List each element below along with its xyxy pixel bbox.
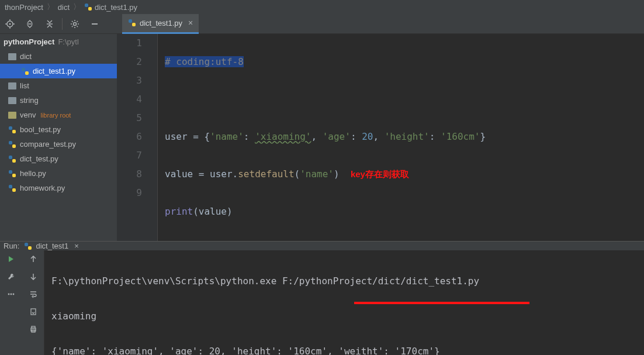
python-file-icon bbox=[8, 140, 16, 149]
svg-rect-33 bbox=[32, 326, 35, 328]
close-icon[interactable]: × bbox=[74, 242, 79, 250]
arrow-up-icon[interactable] bbox=[22, 250, 44, 268]
python-file-icon bbox=[84, 3, 92, 11]
svg-rect-22 bbox=[9, 170, 12, 174]
python-file-icon bbox=[24, 242, 32, 250]
svg-rect-14 bbox=[22, 68, 25, 71]
tree-file-hello[interactable]: hello.py bbox=[0, 166, 117, 181]
svg-rect-13 bbox=[132, 23, 136, 26]
folder-icon bbox=[8, 112, 16, 119]
python-file-icon bbox=[128, 19, 136, 27]
chevron-right-icon: 〉 bbox=[47, 2, 54, 12]
svg-rect-12 bbox=[129, 19, 132, 23]
tree-file-dict-test[interactable]: dict_test.py bbox=[0, 151, 117, 166]
svg-point-29 bbox=[11, 294, 12, 295]
code-line-4: value = user.setdefault('name') key存在则获取 bbox=[165, 165, 644, 184]
close-icon[interactable]: × bbox=[188, 18, 193, 27]
project-root[interactable]: pythonProject F:\pytl bbox=[0, 34, 117, 49]
run-tab[interactable]: dict_test1 × bbox=[24, 242, 78, 250]
svg-rect-19 bbox=[12, 144, 16, 148]
folder-icon bbox=[8, 82, 16, 89]
console-line: {'name': 'xiaoming', 'age': 20, 'height'… bbox=[51, 343, 637, 355]
run-panel: Run: dict_test1 × F:\pythonProject\venv\… bbox=[0, 241, 644, 355]
svg-rect-0 bbox=[85, 4, 88, 7]
editor-tab[interactable]: dict_test1.py × bbox=[122, 14, 199, 34]
python-file-icon bbox=[8, 170, 16, 178]
tree-file-dict-test1[interactable]: dict_test1.py bbox=[0, 64, 117, 78]
svg-rect-25 bbox=[12, 188, 16, 192]
tree-file-compare-test[interactable]: compare_test.py bbox=[0, 137, 117, 151]
breadcrumb-folder[interactable]: dict bbox=[58, 3, 70, 12]
svg-rect-17 bbox=[12, 130, 16, 133]
tab-title: dict_test1.py bbox=[140, 19, 182, 27]
svg-rect-1 bbox=[88, 7, 92, 11]
tree-file-homework[interactable]: homework.py bbox=[0, 181, 117, 195]
svg-rect-15 bbox=[25, 71, 29, 75]
tree-folder-venv[interactable]: venvlibrary root bbox=[0, 108, 117, 122]
scroll-to-end-icon[interactable] bbox=[22, 303, 44, 320]
python-file-icon bbox=[8, 126, 16, 134]
soft-wrap-icon[interactable] bbox=[22, 285, 44, 303]
run-toolbar-nav bbox=[22, 250, 44, 355]
annotation-key-exists: key存在则获取 bbox=[351, 169, 409, 179]
hide-icon[interactable] bbox=[85, 14, 105, 34]
run-label: Run: bbox=[4, 242, 19, 250]
rerun-icon[interactable] bbox=[0, 250, 22, 268]
run-header: Run: dict_test1 × bbox=[0, 242, 644, 250]
code-line-5: print(value) bbox=[165, 202, 644, 221]
code-line-6: user.setdefault('weitht', '170cm') key不存… bbox=[165, 240, 644, 241]
svg-rect-23 bbox=[12, 174, 16, 177]
tree-folder-list[interactable]: list bbox=[0, 78, 117, 93]
breadcrumb: thonProject 〉 dict 〉 dict_test1.py bbox=[0, 0, 644, 14]
gear-icon[interactable] bbox=[65, 14, 85, 34]
console-line: F:\pythonProject\venv\Scripts\python.exe… bbox=[51, 273, 637, 290]
line-gutter: 123456789 bbox=[117, 34, 158, 241]
svg-rect-20 bbox=[9, 156, 12, 159]
folder-icon bbox=[8, 53, 16, 60]
wrench-icon[interactable] bbox=[0, 268, 22, 285]
svg-rect-21 bbox=[12, 159, 16, 163]
library-root-badge: library root bbox=[40, 112, 71, 119]
svg-rect-18 bbox=[9, 141, 12, 144]
divider bbox=[62, 18, 63, 30]
breadcrumb-root[interactable]: thonProject bbox=[5, 3, 43, 12]
svg-point-28 bbox=[8, 294, 10, 295]
code-area[interactable]: # coding:utf-8 user = {'name': 'xiaoming… bbox=[158, 34, 644, 241]
arrow-down-icon[interactable] bbox=[22, 268, 44, 285]
console-output[interactable]: F:\pythonProject\venv\Scripts\python.exe… bbox=[44, 250, 644, 355]
print-icon[interactable] bbox=[22, 320, 44, 338]
tree-folder-dict[interactable]: dict bbox=[0, 49, 117, 64]
code-line-1: # coding:utf-8 bbox=[165, 56, 244, 67]
python-file-icon bbox=[21, 67, 29, 75]
toolbar: dict_test1.py × bbox=[0, 14, 644, 34]
svg-point-10 bbox=[74, 22, 77, 25]
dots-icon[interactable] bbox=[0, 285, 22, 303]
collapse-all-icon[interactable] bbox=[40, 14, 60, 34]
python-file-icon bbox=[8, 155, 16, 163]
svg-rect-27 bbox=[28, 246, 32, 250]
red-underline-annotation bbox=[354, 302, 529, 304]
project-path: F:\pytl bbox=[58, 37, 78, 46]
chevron-right-icon: 〉 bbox=[73, 2, 81, 12]
svg-rect-24 bbox=[9, 185, 12, 188]
target-icon[interactable] bbox=[0, 14, 20, 34]
tree-folder-string[interactable]: string bbox=[0, 93, 117, 108]
python-file-icon bbox=[8, 184, 16, 192]
folder-icon bbox=[8, 97, 16, 104]
tree-file-bool-test[interactable]: bool_test.py bbox=[0, 122, 117, 137]
code-line-3: user = {'name': 'xiaoming', 'age': 20, '… bbox=[165, 127, 644, 146]
svg-rect-16 bbox=[9, 126, 12, 130]
project-name: pythonProject bbox=[4, 37, 54, 46]
svg-point-3 bbox=[9, 23, 11, 25]
project-tree: pythonProject F:\pytl dict dict_test1.py… bbox=[0, 34, 117, 241]
console-line: xiaoming bbox=[51, 308, 637, 325]
code-editor[interactable]: 123456789 # coding:utf-8 user = {'name':… bbox=[117, 34, 644, 241]
svg-rect-26 bbox=[25, 243, 28, 246]
svg-point-30 bbox=[13, 294, 15, 295]
breadcrumb-file[interactable]: dict_test1.py bbox=[95, 3, 137, 12]
expand-all-icon[interactable] bbox=[20, 14, 40, 34]
run-toolbar-left bbox=[0, 250, 22, 355]
